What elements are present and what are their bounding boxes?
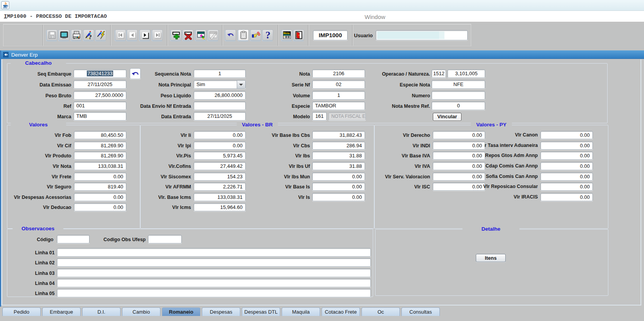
svg-text:Menu: Menu <box>283 31 289 35</box>
svg-text:?: ? <box>265 30 270 40</box>
svg-text:?: ? <box>88 33 91 40</box>
